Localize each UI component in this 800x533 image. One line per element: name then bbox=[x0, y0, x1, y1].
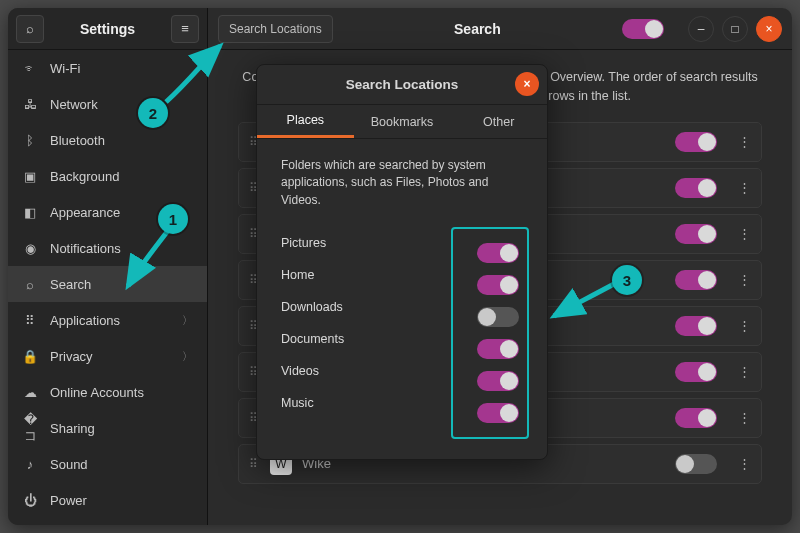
folder-toggle-row bbox=[453, 237, 519, 269]
annotation-badge-2: 2 bbox=[138, 98, 168, 128]
annotation-badge-1: 1 bbox=[158, 204, 188, 234]
sidebar-item-label: Sharing bbox=[50, 421, 95, 436]
dialog-close-button[interactable]: × bbox=[515, 72, 539, 96]
dialog-description: Folders which are searched by system app… bbox=[281, 157, 523, 209]
folder-toggle-row bbox=[453, 397, 519, 429]
provider-toggle[interactable] bbox=[675, 178, 717, 198]
folder-label: Music bbox=[281, 387, 451, 419]
provider-toggle[interactable] bbox=[675, 224, 717, 244]
search-icon[interactable]: ⌕ bbox=[16, 15, 44, 43]
sidebar-header: ⌕ Settings ≡ bbox=[8, 8, 207, 50]
sidebar-item-label: Notifications bbox=[50, 241, 121, 256]
more-options-icon[interactable]: ⋮ bbox=[733, 180, 755, 195]
tab-bookmarks[interactable]: Bookmarks bbox=[354, 105, 451, 138]
folder-toggle[interactable] bbox=[477, 403, 519, 423]
sidebar-item-icon: ◉ bbox=[22, 241, 38, 256]
tab-other[interactable]: Other bbox=[450, 105, 547, 138]
more-options-icon[interactable]: ⋮ bbox=[733, 272, 755, 287]
more-options-icon[interactable]: ⋮ bbox=[733, 134, 755, 149]
sidebar-item-label: Wi-Fi bbox=[50, 61, 80, 76]
folder-label: Home bbox=[281, 259, 451, 291]
provider-toggle[interactable] bbox=[675, 132, 717, 152]
sidebar-item-power[interactable]: ⏻Power bbox=[8, 482, 207, 518]
sidebar-item-notifications[interactable]: ◉Notifications bbox=[8, 230, 207, 266]
sidebar-item-icon: ◧ bbox=[22, 205, 38, 220]
sidebar-item-label: Bluetooth bbox=[50, 133, 105, 148]
provider-toggle[interactable] bbox=[675, 316, 717, 336]
folder-toggle-row bbox=[453, 333, 519, 365]
window-minimize-button[interactable]: – bbox=[688, 16, 714, 42]
sidebar-item-icon: 🔒 bbox=[22, 349, 38, 364]
sidebar-item-privacy[interactable]: 🔒Privacy〉 bbox=[8, 338, 207, 374]
dialog-title: Search Locations bbox=[346, 77, 459, 92]
provider-toggle[interactable] bbox=[675, 408, 717, 428]
sidebar-item-label: Background bbox=[50, 169, 119, 184]
sidebar-item-icon: ᯤ bbox=[22, 61, 38, 76]
sidebar-item-sharing[interactable]: �コSharing bbox=[8, 410, 207, 446]
chevron-right-icon: 〉 bbox=[182, 313, 193, 328]
sidebar-item-label: Appearance bbox=[50, 205, 120, 220]
annotation-badge-3: 3 bbox=[612, 265, 642, 295]
sidebar-item-icon: ☁ bbox=[22, 385, 38, 400]
sidebar-item-label: Power bbox=[50, 493, 87, 508]
tab-places[interactable]: Places bbox=[257, 105, 354, 138]
sidebar-item-background[interactable]: ▣Background bbox=[8, 158, 207, 194]
app-title: Settings bbox=[44, 21, 171, 37]
sidebar-item-label: Search bbox=[50, 277, 91, 292]
sidebar-item-icon: ᛒ bbox=[22, 133, 38, 148]
chevron-right-icon: 〉 bbox=[182, 349, 193, 364]
more-options-icon[interactable]: ⋮ bbox=[733, 364, 755, 379]
sidebar-item-icon: ⏻ bbox=[22, 493, 38, 508]
sidebar-item-bluetooth[interactable]: ᛒBluetooth bbox=[8, 122, 207, 158]
more-options-icon[interactable]: ⋮ bbox=[733, 410, 755, 425]
sidebar-item-label: Privacy bbox=[50, 349, 93, 364]
folder-label: Downloads bbox=[281, 291, 451, 323]
folder-label: Videos bbox=[281, 355, 451, 387]
more-options-icon[interactable]: ⋮ bbox=[733, 318, 755, 333]
hamburger-icon[interactable]: ≡ bbox=[171, 15, 199, 43]
provider-toggle[interactable] bbox=[675, 454, 717, 474]
sidebar-item-label: Online Accounts bbox=[50, 385, 144, 400]
more-options-icon[interactable]: ⋮ bbox=[733, 456, 755, 471]
folder-labels-column: PicturesHomeDownloadsDocumentsVideosMusi… bbox=[275, 227, 451, 439]
folder-toggle[interactable] bbox=[477, 275, 519, 295]
window-maximize-button[interactable]: □ bbox=[722, 16, 748, 42]
sidebar-item-applications[interactable]: ⠿Applications〉 bbox=[8, 302, 207, 338]
main-header: Search Locations Search – □ × bbox=[208, 8, 792, 50]
sidebar-item-icon: ⠿ bbox=[22, 313, 38, 328]
folder-toggle-row bbox=[453, 301, 519, 333]
sidebar-item-icon: ▣ bbox=[22, 169, 38, 184]
search-locations-dialog: Search Locations × PlacesBookmarksOther … bbox=[256, 64, 548, 460]
dialog-tabs: PlacesBookmarksOther bbox=[257, 105, 547, 139]
folder-toggle-row bbox=[453, 269, 519, 301]
folder-toggle[interactable] bbox=[477, 307, 519, 327]
sidebar-item-icon: ⌕ bbox=[22, 277, 38, 292]
folder-label: Pictures bbox=[281, 227, 451, 259]
sidebar-item-network[interactable]: 🖧Network bbox=[8, 86, 207, 122]
sidebar-item-online-accounts[interactable]: ☁Online Accounts bbox=[8, 374, 207, 410]
dialog-header: Search Locations × bbox=[257, 65, 547, 105]
master-search-toggle[interactable] bbox=[622, 19, 664, 39]
sidebar-item-icon: ♪ bbox=[22, 457, 38, 472]
sidebar-item-icon: 🖧 bbox=[22, 97, 38, 112]
folder-label: Documents bbox=[281, 323, 451, 355]
provider-toggle[interactable] bbox=[675, 362, 717, 382]
sidebar-item-icon: �コ bbox=[22, 412, 38, 445]
sidebar-list: ᯤWi-Fi🖧NetworkᛒBluetooth▣Background◧Appe… bbox=[8, 50, 207, 525]
sidebar-item-wi-fi[interactable]: ᯤWi-Fi bbox=[8, 50, 207, 86]
folder-toggle[interactable] bbox=[477, 371, 519, 391]
page-title: Search bbox=[341, 21, 614, 37]
window-close-button[interactable]: × bbox=[756, 16, 782, 42]
folder-toggle-row bbox=[453, 365, 519, 397]
more-options-icon[interactable]: ⋮ bbox=[733, 226, 755, 241]
sidebar-item-label: Applications bbox=[50, 313, 120, 328]
provider-toggle[interactable] bbox=[675, 270, 717, 290]
dialog-body: Folders which are searched by system app… bbox=[257, 139, 547, 459]
sidebar-item-label: Sound bbox=[50, 457, 88, 472]
folder-toggle[interactable] bbox=[477, 339, 519, 359]
folder-toggle[interactable] bbox=[477, 243, 519, 263]
sidebar-item-sound[interactable]: ♪Sound bbox=[8, 446, 207, 482]
sidebar-item-search[interactable]: ⌕Search bbox=[8, 266, 207, 302]
search-locations-button[interactable]: Search Locations bbox=[218, 15, 333, 43]
sidebar-item-label: Network bbox=[50, 97, 98, 112]
